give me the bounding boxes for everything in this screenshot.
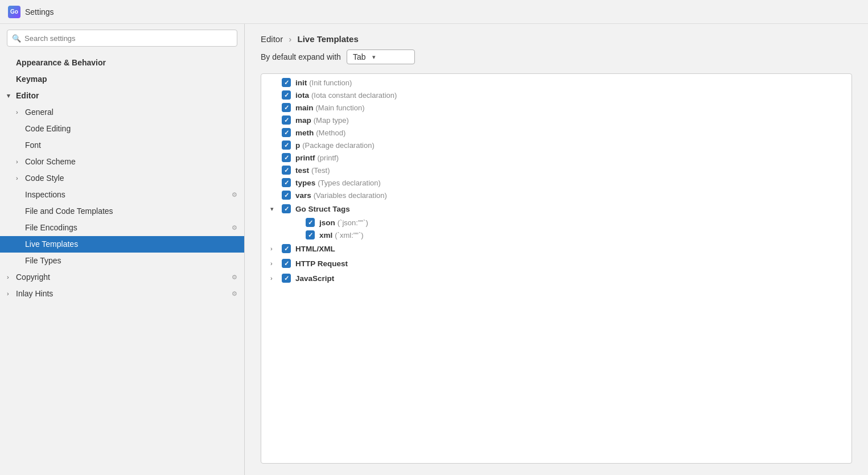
sidebar-item-label: Code Editing bbox=[25, 123, 237, 135]
template-group-htmlxml[interactable]: › ✓ HTML/XML bbox=[261, 241, 851, 256]
sidebar-item-copyright[interactable]: ›Copyright⚙ bbox=[0, 269, 244, 286]
template-item-json[interactable]: ✓ json (`json:""`) bbox=[261, 216, 851, 229]
sidebar-item-label: File Types bbox=[25, 255, 237, 267]
template-key: printf bbox=[295, 154, 315, 162]
expand-row: By default expand with Tab ▾ bbox=[261, 49, 852, 64]
arrow-icon: › bbox=[7, 272, 14, 282]
item-checkbox[interactable]: ✓ bbox=[282, 128, 291, 137]
sidebar-item-editor[interactable]: ▾Editor bbox=[0, 88, 244, 104]
template-group-go-struct-tags[interactable]: ▾ ✓ Go Struct Tags bbox=[261, 201, 851, 216]
breadcrumb-separator: › bbox=[289, 34, 291, 44]
template-key: types bbox=[295, 179, 315, 187]
template-key: map bbox=[295, 116, 311, 125]
template-item-p[interactable]: ✓ p (Package declaration) bbox=[261, 139, 851, 151]
template-item-vars[interactable]: ✓ vars (Variables declaration) bbox=[261, 189, 851, 201]
arrow-icon: › bbox=[16, 157, 23, 167]
sidebar-item-code-editing[interactable]: Code Editing bbox=[0, 121, 244, 137]
item-checkbox[interactable]: ✓ bbox=[306, 230, 315, 239]
sidebar-item-label: File and Code Templates bbox=[25, 205, 237, 217]
template-key: xml bbox=[319, 231, 332, 239]
template-item-init[interactable]: ✓ init (Init function) bbox=[261, 76, 851, 89]
group-checkbox[interactable]: ✓ bbox=[282, 204, 291, 213]
sidebar-item-inlay-hints[interactable]: ›Inlay Hints⚙ bbox=[0, 286, 244, 302]
gear-icon: ⚙ bbox=[232, 223, 237, 233]
item-spacer bbox=[270, 142, 279, 148]
template-item-iota[interactable]: ✓ iota (Iota constant declaration) bbox=[261, 89, 851, 101]
sidebar-item-label: Copyright bbox=[16, 271, 229, 283]
sidebar-item-file-and-code-templates[interactable]: File and Code Templates bbox=[0, 203, 244, 220]
sidebar-item-label: General bbox=[25, 106, 237, 118]
template-item-types[interactable]: ✓ types (Types declaration) bbox=[261, 176, 851, 189]
item-spacer bbox=[270, 192, 279, 199]
item-spacer bbox=[270, 92, 279, 98]
template-desc: (`json:""`) bbox=[338, 218, 368, 227]
template-item-map[interactable]: ✓ map (Map type) bbox=[261, 114, 851, 126]
template-key: main bbox=[295, 104, 314, 112]
expand-dropdown[interactable]: Tab ▾ bbox=[347, 49, 415, 64]
sidebar-item-label: Appearance & Behavior bbox=[16, 57, 237, 69]
item-checkbox[interactable]: ✓ bbox=[282, 78, 291, 87]
group-checkbox[interactable]: ✓ bbox=[282, 259, 291, 268]
template-desc: (Map type) bbox=[314, 116, 349, 125]
sidebar-item-keymap[interactable]: Keymap bbox=[0, 71, 244, 88]
breadcrumb-current: Live Templates bbox=[298, 34, 359, 44]
sidebar-item-code-style[interactable]: ›Code Style bbox=[0, 170, 244, 187]
template-desc: (printf) bbox=[318, 154, 339, 162]
item-checkbox[interactable]: ✓ bbox=[282, 153, 291, 162]
item-spacer bbox=[270, 154, 279, 161]
sidebar-item-font[interactable]: Font bbox=[0, 137, 244, 154]
group-checkbox[interactable]: ✓ bbox=[282, 274, 291, 283]
expand-value: Tab bbox=[353, 52, 366, 61]
template-key: test bbox=[295, 166, 309, 175]
template-desc: (Test) bbox=[311, 166, 330, 175]
main-layout: 🔍 Appearance & Behavior Keymap▾Editor›Ge… bbox=[0, 24, 868, 475]
template-desc: (Main function) bbox=[316, 104, 365, 112]
arrow-icon: ▾ bbox=[7, 91, 14, 101]
group-checkbox[interactable]: ✓ bbox=[282, 244, 291, 253]
item-checkbox[interactable]: ✓ bbox=[282, 115, 291, 125]
template-item-meth[interactable]: ✓ meth (Method) bbox=[261, 126, 851, 139]
template-item-main[interactable]: ✓ main (Main function) bbox=[261, 101, 851, 114]
search-input[interactable] bbox=[24, 34, 232, 43]
template-key: init bbox=[295, 79, 307, 87]
item-checkbox[interactable]: ✓ bbox=[282, 191, 291, 200]
template-key: json bbox=[319, 218, 335, 227]
sidebar-item-appearance-behavior[interactable]: Appearance & Behavior bbox=[0, 55, 244, 71]
template-desc: (Init function) bbox=[309, 79, 352, 87]
breadcrumb-parent: Editor bbox=[261, 34, 283, 44]
item-spacer bbox=[270, 167, 279, 174]
search-icon: 🔍 bbox=[12, 34, 21, 43]
template-item-test[interactable]: ✓ test (Test) bbox=[261, 164, 851, 176]
sidebar-item-inspections[interactable]: Inspections⚙ bbox=[0, 187, 244, 203]
window-title: Settings bbox=[25, 7, 54, 16]
item-checkbox[interactable]: ✓ bbox=[282, 90, 291, 100]
gear-icon: ⚙ bbox=[232, 190, 237, 200]
item-checkbox[interactable]: ✓ bbox=[282, 178, 291, 187]
template-item-printf[interactable]: ✓ printf (printf) bbox=[261, 151, 851, 164]
sidebar-item-label: Color Scheme bbox=[25, 156, 237, 168]
sidebar-item-label: Font bbox=[25, 139, 237, 151]
chevron-down-icon: ▾ bbox=[372, 53, 376, 61]
template-group-javascript[interactable]: › ✓ JavaScript bbox=[261, 271, 851, 286]
item-checkbox[interactable]: ✓ bbox=[282, 166, 291, 175]
gear-icon: ⚙ bbox=[232, 289, 237, 299]
sidebar-item-general[interactable]: ›General bbox=[0, 104, 244, 121]
item-checkbox[interactable]: ✓ bbox=[282, 141, 291, 150]
sidebar-item-color-scheme[interactable]: ›Color Scheme bbox=[0, 154, 244, 170]
template-key: vars bbox=[295, 191, 311, 200]
template-desc: (Package declaration) bbox=[302, 141, 374, 150]
search-box[interactable]: 🔍 bbox=[7, 30, 237, 47]
sidebar-item-file-types[interactable]: File Types bbox=[0, 253, 244, 269]
item-spacer bbox=[294, 219, 303, 226]
template-group-http-request[interactable]: › ✓ HTTP Request bbox=[261, 256, 851, 271]
template-desc: (`xml:""`) bbox=[335, 231, 363, 239]
item-checkbox[interactable]: ✓ bbox=[282, 103, 291, 112]
template-desc: (Types declaration) bbox=[318, 179, 381, 187]
template-item-xml[interactable]: ✓ xml (`xml:""`) bbox=[261, 229, 851, 241]
template-key: p bbox=[295, 141, 300, 150]
group-arrow-icon: ▾ bbox=[270, 205, 279, 213]
arrow-icon: › bbox=[16, 174, 23, 183]
item-checkbox[interactable]: ✓ bbox=[306, 218, 315, 227]
sidebar-item-live-templates[interactable]: Live Templates bbox=[0, 236, 244, 253]
sidebar-item-file-encodings[interactable]: File Encodings⚙ bbox=[0, 220, 244, 236]
